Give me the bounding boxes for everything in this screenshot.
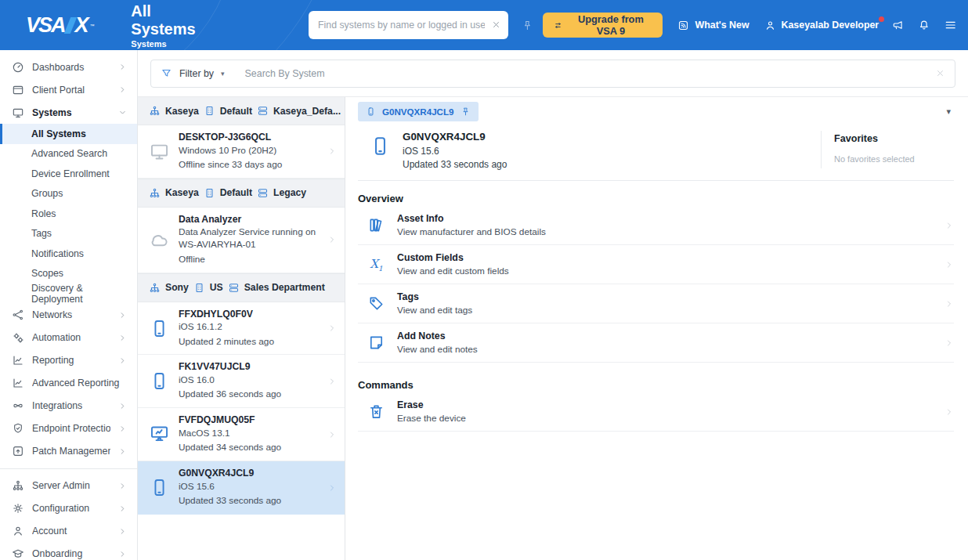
chevron-right-icon <box>945 299 954 309</box>
sidebar-item-groups[interactable]: Groups <box>0 184 137 204</box>
chevron-right-icon <box>327 235 337 244</box>
swap-arrows-icon <box>553 20 563 31</box>
system-os: iOS 16.1.2 <box>179 321 319 334</box>
overview-row-custom-fields[interactable]: X1 Custom Fields View and edit custom fi… <box>358 245 954 284</box>
filter-by-dropdown[interactable]: Filter by <box>179 68 214 79</box>
chevron-right-icon <box>118 482 127 490</box>
sidebar-item-discovery-deployment[interactable]: Discovery & Deployment <box>0 284 137 304</box>
whats-new-link[interactable]: What's New <box>677 20 749 31</box>
sidebar-item-server-admin[interactable]: Server Admin <box>0 475 137 497</box>
command-row-erase[interactable]: Erase Erase the device <box>358 392 954 432</box>
gears-icon <box>12 331 24 344</box>
sidebar-item-automation[interactable]: Automation <box>0 327 137 349</box>
device-header: G0NVQXR4JCL9 iOS 15.6 Updated 33 seconds… <box>358 125 954 181</box>
sidebar-item-endpoint-protection[interactable]: Endpoint Protection <box>0 417 137 440</box>
device-updated: Updated 33 seconds ago <box>403 159 507 170</box>
sidebar-item-integrations[interactable]: Integrations <box>0 395 137 417</box>
chevron-right-icon <box>118 550 127 558</box>
sidebar-divider <box>0 468 137 469</box>
system-row[interactable]: FVFDQJMUQ05F MacOS 13.1 Updated 34 secon… <box>138 408 345 461</box>
favorites-title: Favorites <box>834 133 954 144</box>
sidebar-item-all-systems[interactable]: All Systems <box>0 124 137 144</box>
system-row[interactable]: DESKTOP-J3G6QCL Windows 10 Pro (20H2) Of… <box>138 125 345 179</box>
phone-icon <box>369 135 392 157</box>
sidebar-item-device-enrollment[interactable]: Device Enrollment <box>0 164 137 184</box>
top-bar: VSA X ™ All Systems Systems Upgrade from… <box>0 0 968 50</box>
sidebar-item-configuration[interactable]: Configuration <box>0 497 137 520</box>
system-row-selected[interactable]: G0NVQXR4JCL9 iOS 15.6 Updated 33 seconds… <box>138 461 345 515</box>
chevron-right-icon <box>118 85 127 94</box>
sidebar-item-onboarding[interactable]: Onboarding <box>0 543 137 560</box>
group-header[interactable]: Kaseya Default Kaseya_Defa... <box>138 97 345 125</box>
news-icon <box>677 20 689 31</box>
system-status: Updated 34 seconds ago <box>179 442 319 454</box>
chevron-right-icon <box>327 323 337 333</box>
sidebar-item-notifications[interactable]: Notifications <box>0 244 137 264</box>
sidebar-item-client-portal[interactable]: Client Portal <box>0 78 137 101</box>
system-name: FFXDHYLQ0F0V <box>179 309 319 320</box>
window-icon <box>12 84 24 96</box>
upgrade-button[interactable]: Upgrade from VSA 9 <box>543 13 663 38</box>
funnel-icon[interactable] <box>161 67 172 79</box>
overview-row-asset-info[interactable]: Asset Info View manufacturer and BIOS de… <box>358 206 954 245</box>
overview-row-tags[interactable]: Tags View and edit tags <box>358 284 954 323</box>
group-header[interactable]: Sony US Sales Department <box>138 273 345 302</box>
logo-trademark: ™ <box>89 23 94 28</box>
favorites-section: Favorites No favorites selected <box>821 131 954 168</box>
sidebar-item-account[interactable]: Account <box>0 520 137 543</box>
desktop-icon <box>149 141 170 162</box>
sidebar-item-advanced-reporting[interactable]: Advanced Reporting <box>0 372 137 395</box>
sidebar-item-tags[interactable]: Tags <box>0 224 137 244</box>
network-icon <box>12 309 24 321</box>
servers-icon <box>257 105 269 117</box>
device-os: iOS 15.6 <box>403 146 507 157</box>
note-icon <box>367 334 385 352</box>
sidebar-item-advanced-search[interactable]: Advanced Search <box>0 144 137 164</box>
trash-erase-icon <box>367 403 385 421</box>
filter-caret-icon[interactable]: ▾ <box>221 70 225 78</box>
chevron-right-icon <box>945 407 954 417</box>
chevron-right-icon <box>118 425 127 433</box>
chevron-down-icon <box>118 108 127 117</box>
sidebar-item-networks[interactable]: Networks <box>0 304 137 327</box>
search-clear-icon[interactable] <box>491 20 501 30</box>
pin-icon[interactable] <box>461 107 471 117</box>
sidebar-item-reporting[interactable]: Reporting <box>0 349 137 372</box>
systems-list-panel: Kaseya Default Kaseya_Defa... DESKTOP-J3… <box>138 97 345 560</box>
global-search-input[interactable] <box>309 11 507 39</box>
overview-row-add-notes[interactable]: Add Notes View and edit notes <box>358 323 954 363</box>
hierarchy-icon <box>12 479 24 492</box>
system-name: G0NVQXR4JCL9 <box>179 468 319 479</box>
tag-icon <box>367 294 385 313</box>
org-hierarchy-icon <box>149 187 161 199</box>
building-icon <box>193 282 205 294</box>
group-header[interactable]: Kaseya Default Legacy <box>138 179 345 208</box>
system-os: iOS 15.6 <box>179 481 319 493</box>
sidebar-item-scopes[interactable]: Scopes <box>0 264 137 284</box>
filter-search-input[interactable] <box>245 68 928 79</box>
hamburger-menu-icon[interactable] <box>944 17 957 33</box>
filter-clear-icon[interactable] <box>935 68 945 78</box>
system-row[interactable]: FFXDHYLQ0F0V iOS 16.1.2 Updated 2 minute… <box>138 302 345 356</box>
chevron-right-icon <box>945 221 954 230</box>
announcements-icon[interactable] <box>892 18 905 32</box>
chevron-right-icon <box>945 338 954 348</box>
page-subtitle: Systems <box>131 39 208 49</box>
system-name: FVFDQJMUQ05F <box>179 414 319 425</box>
device-tab[interactable]: G0NVQXR4JCL9 <box>358 102 479 121</box>
bell-icon[interactable] <box>918 18 930 32</box>
sidebar-item-dashboards[interactable]: Dashboards <box>0 56 137 78</box>
person-icon <box>12 525 24 537</box>
system-status: Offline <box>179 254 319 266</box>
panel-collapse-icon[interactable]: ▾ <box>943 105 954 118</box>
user-menu[interactable]: Kaseyalab Developer <box>764 20 880 31</box>
building-icon <box>204 187 215 199</box>
filter-box: Filter by ▾ <box>150 60 955 88</box>
pin-search-icon[interactable] <box>522 19 533 32</box>
sidebar-item-systems[interactable]: Systems <box>0 101 137 124</box>
system-row[interactable]: FK1VV47UJCL9 iOS 16.0 Updated 36 seconds… <box>138 355 345 408</box>
chevron-right-icon <box>327 430 337 439</box>
sidebar-item-patch-management[interactable]: Patch Management <box>0 440 137 463</box>
sidebar-item-roles[interactable]: Roles <box>0 204 137 224</box>
system-row[interactable]: Data Analyzer Data Analyzer Service runn… <box>138 208 345 273</box>
